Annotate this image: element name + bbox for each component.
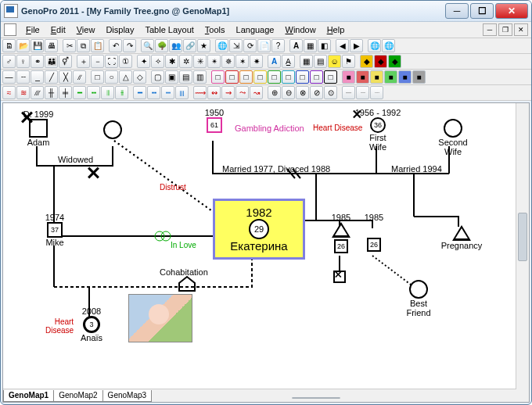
print-icon[interactable]: 🖶 xyxy=(45,39,58,52)
person-pregnancy[interactable]: Pregnancy xyxy=(440,225,483,250)
tab-genomap3[interactable]: GenoMap3 xyxy=(102,390,152,402)
rel-6-icon[interactable]: ━ xyxy=(73,86,86,99)
rel-3-icon[interactable]: ⫻ xyxy=(31,86,44,99)
line-2-icon[interactable]: ╌ xyxy=(16,70,30,84)
refresh-icon[interactable]: ⟳ xyxy=(243,39,257,52)
maximize-button[interactable]: ☐ xyxy=(470,3,494,19)
rel-8-icon[interactable]: ⫴ xyxy=(101,86,114,99)
line-3-icon[interactable]: ⎯ xyxy=(31,70,44,84)
line-4-icon[interactable]: ╱ xyxy=(45,70,58,84)
sw-green-icon[interactable]: □ xyxy=(268,70,281,84)
star-icon[interactable]: ★ xyxy=(197,39,210,52)
rel-12-icon[interactable]: ┅ xyxy=(161,86,174,99)
mdi-minimize-button[interactable]: ─ xyxy=(483,23,497,36)
tool-e-icon[interactable]: ✳ xyxy=(193,55,207,68)
rel-26-icon[interactable]: ┈ xyxy=(370,86,383,99)
child-icon[interactable]: ⚥ xyxy=(59,55,72,68)
box-1-icon[interactable]: ▢ xyxy=(151,70,164,84)
save-icon[interactable]: 💾 xyxy=(31,39,44,52)
people-icon[interactable]: 👥 xyxy=(169,39,182,52)
rel-7-icon[interactable]: ╍ xyxy=(87,86,100,99)
sw-blue-icon[interactable]: □ xyxy=(296,70,309,84)
person-ekaterina[interactable]: 1982 29 Екатерина xyxy=(213,199,305,260)
smiley-icon[interactable]: ☺ xyxy=(328,55,341,68)
rel-5-icon[interactable]: ╪ xyxy=(59,86,72,99)
arrow-right-icon[interactable]: ▶ xyxy=(350,39,363,52)
shape-tri-icon[interactable]: △ xyxy=(119,70,132,84)
box-3-icon[interactable]: ▤ xyxy=(179,70,192,84)
sw-cyan-icon[interactable]: □ xyxy=(282,70,295,84)
rel-13-icon[interactable]: ⫼ xyxy=(175,86,189,99)
sw-orange-icon[interactable]: □ xyxy=(239,70,253,84)
male-icon[interactable]: ♂ xyxy=(2,55,16,68)
fill-gray-icon[interactable]: ■ xyxy=(412,70,426,84)
scrollbar-vertical[interactable] xyxy=(516,103,529,389)
globe-1-icon[interactable]: 🌐 xyxy=(368,39,381,52)
rel-17-icon[interactable]: ⤳ xyxy=(235,86,249,99)
export-icon[interactable]: ⇲ xyxy=(229,39,243,52)
zoom-1-icon[interactable]: ① xyxy=(119,55,132,68)
close-button[interactable]: ✕ xyxy=(495,3,528,19)
line-1-icon[interactable]: ― xyxy=(2,70,16,84)
zoom-out-icon[interactable]: － xyxy=(91,55,104,68)
person-1950[interactable]: 1950 61 xyxy=(199,108,230,133)
sw-pink-icon[interactable]: □ xyxy=(211,70,225,84)
tree-icon[interactable]: 🌳 xyxy=(155,39,168,52)
copy-icon[interactable]: ⧉ xyxy=(77,39,90,52)
shape-sq-icon[interactable]: □ xyxy=(91,70,104,84)
text-a-icon[interactable]: A xyxy=(289,39,303,52)
menu-display[interactable]: Display xyxy=(101,23,138,36)
tool-d-icon[interactable]: ✲ xyxy=(179,55,192,68)
shape-ci-icon[interactable]: ○ xyxy=(105,70,118,84)
rel-4-icon[interactable]: ╫ xyxy=(45,86,58,99)
tool-f-icon[interactable]: ✴ xyxy=(207,55,221,68)
rel-22-icon[interactable]: ⊘ xyxy=(310,86,323,99)
person-1985a[interactable]: 1985 26 xyxy=(325,213,357,253)
zoom-fit-icon[interactable]: ⛶ xyxy=(105,55,118,68)
menu-language[interactable]: Language xyxy=(232,23,279,36)
scrollbar-horizontal[interactable]: GenoMap1 GenoMap2 GenoMap3 xyxy=(3,389,516,402)
person-anais[interactable]: 2008 3 Anaïs xyxy=(72,306,111,342)
globe-2-icon[interactable]: 🌐 xyxy=(382,39,395,52)
menu-edit[interactable]: Edit xyxy=(46,23,70,36)
tool-c-icon[interactable]: ✱ xyxy=(165,55,178,68)
person-1985b[interactable]: 1985 26 xyxy=(358,213,390,252)
relation-widowed[interactable]: Widowed xyxy=(58,155,93,164)
open-icon[interactable]: 📂 xyxy=(16,39,30,52)
sw-black-icon[interactable]: □ xyxy=(324,70,337,84)
tab-genomap2[interactable]: GenoMap2 xyxy=(53,390,102,402)
document-icon[interactable] xyxy=(4,23,16,36)
tool-b-icon[interactable]: ✧ xyxy=(151,55,164,68)
sw-purple-icon[interactable]: □ xyxy=(310,70,323,84)
rel-21-icon[interactable]: ⊗ xyxy=(296,86,309,99)
person-second-wife[interactable]: Second Wife xyxy=(430,119,476,156)
menu-help[interactable]: Help xyxy=(322,23,350,36)
rel-15-icon[interactable]: ↭ xyxy=(207,86,221,99)
rel-19-icon[interactable]: ⊕ xyxy=(268,86,281,99)
new-icon[interactable]: 🗎 xyxy=(2,39,16,52)
rel-25-icon[interactable]: ┄ xyxy=(356,86,369,99)
box-2-icon[interactable]: ▣ xyxy=(165,70,178,84)
person-adam-wife[interactable] xyxy=(103,120,122,139)
palette-1-icon[interactable]: ◆ xyxy=(360,55,373,68)
link-icon[interactable]: 🔗 xyxy=(183,39,196,52)
rel-1-icon[interactable]: ≈ xyxy=(2,86,16,99)
palette-3-icon[interactable]: ◆ xyxy=(388,55,401,68)
sw-red-icon[interactable]: □ xyxy=(225,70,239,84)
menu-tools[interactable]: Tools xyxy=(200,23,230,36)
fill-red-icon[interactable]: ■ xyxy=(356,70,369,84)
rel-10-icon[interactable]: ━ xyxy=(133,86,146,99)
help-icon[interactable]: ? xyxy=(271,39,285,52)
female-icon[interactable]: ♀ xyxy=(16,55,30,68)
grid-icon[interactable]: ▦ xyxy=(300,55,313,68)
mdi-restore-button[interactable]: ❐ xyxy=(498,23,512,36)
arrow-left-icon[interactable]: ◀ xyxy=(336,39,349,52)
genogram-canvas[interactable]: D. 1999 Adam Widowed 1950 61 Gambling Ad… xyxy=(3,103,516,389)
person-mike[interactable]: 1974 37 Mike xyxy=(39,213,70,247)
fill-icon[interactable]: ▦ xyxy=(304,39,317,52)
line-6-icon[interactable]: ⫽ xyxy=(73,70,86,84)
fill-pink-icon[interactable]: ■ xyxy=(342,70,355,84)
rel-14-icon[interactable]: ⟿ xyxy=(193,86,207,99)
font-a-icon[interactable]: A xyxy=(268,55,281,68)
tool-h-icon[interactable]: ✶ xyxy=(235,55,249,68)
